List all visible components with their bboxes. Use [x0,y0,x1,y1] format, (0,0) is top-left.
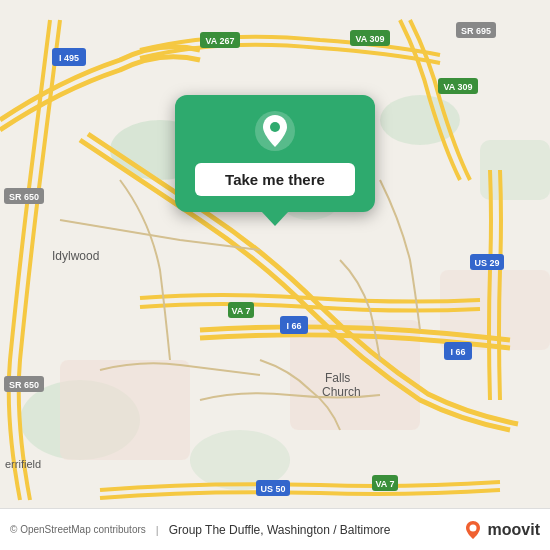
svg-text:Church: Church [322,385,361,399]
svg-text:VA 309: VA 309 [355,34,384,44]
svg-text:I 66: I 66 [286,321,301,331]
svg-text:SR 650: SR 650 [9,380,39,390]
svg-text:VA 7: VA 7 [375,479,394,489]
svg-text:US 50: US 50 [260,484,285,494]
svg-rect-6 [60,360,190,460]
take-me-there-button[interactable]: Take me there [195,163,355,196]
svg-text:Idylwood: Idylwood [52,249,99,263]
svg-text:I 66: I 66 [450,347,465,357]
copyright-text: © OpenStreetMap contributors [10,524,146,535]
svg-text:VA 267: VA 267 [205,36,234,46]
bottom-bar-left: © OpenStreetMap contributors | Group The… [10,523,391,537]
moovit-text: moovit [488,521,540,539]
svg-text:SR 650: SR 650 [9,192,39,202]
moovit-pin-icon [462,519,484,541]
svg-text:I 495: I 495 [59,53,79,63]
svg-text:errifield: errifield [5,458,41,470]
moovit-logo: moovit [462,519,540,541]
location-title: Group The Duffle, Washington / Baltimore [169,523,391,537]
popup-card: Take me there [175,95,375,212]
map-roads: I 495 VA 267 VA 309 VA 309 SR 695 SR 650… [0,0,550,550]
bottom-bar: © OpenStreetMap contributors | Group The… [0,508,550,550]
svg-text:VA 309: VA 309 [443,82,472,92]
svg-text:US 29: US 29 [474,258,499,268]
svg-text:Falls: Falls [325,371,350,385]
map-container: I 495 VA 267 VA 309 VA 309 SR 695 SR 650… [0,0,550,550]
svg-point-41 [469,524,476,531]
svg-text:SR 695: SR 695 [461,26,491,36]
svg-text:VA 7: VA 7 [231,306,250,316]
location-pin-icon [253,109,297,153]
svg-point-40 [270,122,280,132]
